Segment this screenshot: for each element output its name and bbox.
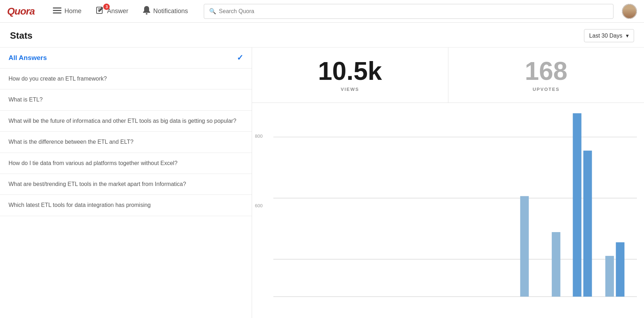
svg-rect-0 <box>53 7 61 9</box>
chart-svg <box>273 106 637 310</box>
stats-panel: 10.5k VIEWS 168 UPVOTES 800 600 <box>252 48 644 318</box>
all-answers-row[interactable]: All Answers ✓ <box>0 48 252 68</box>
check-icon: ✓ <box>237 53 243 62</box>
home-label: Home <box>64 7 81 15</box>
list-item[interactable]: What is ETL? <box>0 89 252 110</box>
date-range-selector[interactable]: Last 30 Days ▾ <box>584 29 634 42</box>
upvotes-stat-box: 168 UPVOTES <box>448 48 644 103</box>
bell-icon <box>143 6 151 17</box>
home-icon <box>53 7 61 16</box>
notifications-nav-item[interactable]: Notifications <box>136 0 195 23</box>
svg-rect-15 <box>605 256 614 297</box>
all-answers-label: All Answers <box>9 54 47 62</box>
answer-text: What is ETL? <box>9 96 43 104</box>
notifications-label: Notifications <box>153 7 188 15</box>
list-item[interactable]: What is the difference between the ETL a… <box>0 132 252 153</box>
svg-rect-12 <box>552 232 560 297</box>
search-icon: 🔍 <box>209 8 216 15</box>
search-bar[interactable]: 🔍 <box>204 4 613 19</box>
answer-label: Answer <box>107 7 128 15</box>
chart-y-label-800: 800 <box>255 133 263 139</box>
date-range-label: Last 30 Days <box>589 33 622 39</box>
list-item[interactable]: What will be the future of informatica a… <box>0 111 252 132</box>
svg-rect-14 <box>583 150 592 296</box>
main-area: All Answers ✓ How do you create an ETL f… <box>0 48 644 318</box>
stats-title: Stats <box>10 30 33 41</box>
answer-text: How do I tie data from various ad platfo… <box>9 159 178 167</box>
avatar[interactable] <box>622 4 637 19</box>
views-stat-box: 10.5k VIEWS <box>252 48 448 103</box>
page-content: Stats Last 30 Days ▾ All Answers ✓ How d… <box>0 23 644 318</box>
list-item[interactable]: Which latest ETL tools for data integrat… <box>0 195 252 216</box>
answer-text: What will be the future of informatica a… <box>9 117 236 125</box>
chart-y-label-600: 600 <box>255 203 263 208</box>
svg-rect-1 <box>53 10 61 11</box>
chevron-down-icon: ▾ <box>626 32 629 39</box>
chart-area: 800 600 <box>252 103 644 318</box>
svg-rect-11 <box>520 196 529 297</box>
svg-rect-2 <box>53 12 61 13</box>
answer-text: Which latest ETL tools for data integrat… <box>9 201 151 209</box>
stats-numbers: 10.5k VIEWS 168 UPVOTES <box>252 48 644 103</box>
upvotes-label: UPVOTES <box>533 87 560 92</box>
answer-text: How do you create an ETL framework? <box>9 75 107 83</box>
svg-point-6 <box>146 13 147 15</box>
answer-nav-item[interactable]: Answer 3 <box>88 0 135 23</box>
list-item[interactable]: What are best/trending ETL tools in the … <box>0 174 252 195</box>
list-item[interactable]: How do you create an ETL framework? <box>0 68 252 89</box>
svg-rect-13 <box>573 113 581 297</box>
answer-badge: 3 <box>103 4 110 10</box>
answers-panel: All Answers ✓ How do you create an ETL f… <box>0 48 252 318</box>
list-item[interactable]: How do I tie data from various ad platfo… <box>0 153 252 174</box>
answer-text: What is the difference between the ETL a… <box>9 138 133 146</box>
home-nav-item[interactable]: Home <box>46 0 88 23</box>
svg-rect-16 <box>616 242 624 297</box>
answer-icon <box>95 6 104 17</box>
views-value: 10.5k <box>318 58 382 84</box>
answer-text: What are best/trending ETL tools in the … <box>9 180 186 188</box>
navbar: Quora Home Answer 3 <box>0 0 644 23</box>
search-input[interactable] <box>219 8 608 15</box>
quora-logo[interactable]: Quora <box>7 6 34 17</box>
upvotes-value: 168 <box>525 58 567 84</box>
avatar-image <box>622 4 637 19</box>
views-label: VIEWS <box>341 87 359 92</box>
stats-header: Stats Last 30 Days ▾ <box>0 23 644 48</box>
